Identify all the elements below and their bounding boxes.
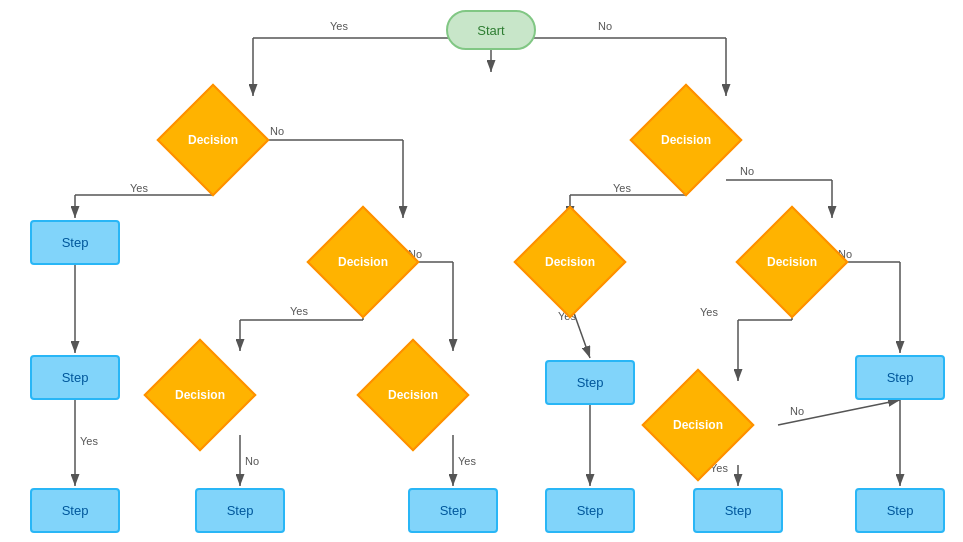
step-5-label: Step: [62, 503, 89, 518]
svg-text:Yes: Yes: [330, 20, 348, 32]
decision-7-text: Decision: [373, 355, 453, 435]
step-4-label: Step: [887, 370, 914, 385]
decision-5: Decision: [752, 222, 832, 302]
step-6-label: Step: [227, 503, 254, 518]
svg-text:Yes: Yes: [130, 182, 148, 194]
decision-6-text: Decision: [160, 355, 240, 435]
step-8: Step: [545, 488, 635, 533]
step-10: Step: [855, 488, 945, 533]
step-7: Step: [408, 488, 498, 533]
step-2-label: Step: [62, 370, 89, 385]
step-8-label: Step: [577, 503, 604, 518]
svg-text:No: No: [598, 20, 612, 32]
step-9-label: Step: [725, 503, 752, 518]
decision-1-text: Decision: [173, 100, 253, 180]
decision-1: Decision: [173, 100, 253, 180]
step-1-label: Step: [62, 235, 89, 250]
decision-3-text: Decision: [323, 222, 403, 302]
step-1: Step: [30, 220, 120, 265]
start-label: Start: [477, 23, 504, 38]
decision-8: Decision: [658, 385, 738, 465]
step-10-label: Step: [887, 503, 914, 518]
step-3: Step: [545, 360, 635, 405]
step-7-label: Step: [440, 503, 467, 518]
decision-6: Decision: [160, 355, 240, 435]
svg-text:Yes: Yes: [80, 435, 98, 447]
decision-8-text: Decision: [658, 385, 738, 465]
step-3-label: Step: [577, 375, 604, 390]
svg-text:Yes: Yes: [290, 305, 308, 317]
svg-line-33: [778, 400, 900, 425]
svg-text:Yes: Yes: [700, 306, 718, 318]
svg-text:Yes: Yes: [613, 182, 631, 194]
decision-3: Decision: [323, 222, 403, 302]
decision-4-text: Decision: [530, 222, 610, 302]
svg-text:No: No: [270, 125, 284, 137]
decision-2-text: Decision: [646, 100, 726, 180]
svg-text:No: No: [740, 165, 754, 177]
decision-7: Decision: [373, 355, 453, 435]
step-2: Step: [30, 355, 120, 400]
step-6: Step: [195, 488, 285, 533]
decision-2: Decision: [646, 100, 726, 180]
svg-text:No: No: [790, 405, 804, 417]
decision-4: Decision: [530, 222, 610, 302]
step-9: Step: [693, 488, 783, 533]
decision-5-text: Decision: [752, 222, 832, 302]
start-node: Start: [446, 10, 536, 50]
step-5: Step: [30, 488, 120, 533]
svg-text:No: No: [245, 455, 259, 467]
step-4: Step: [855, 355, 945, 400]
svg-text:Yes: Yes: [458, 455, 476, 467]
